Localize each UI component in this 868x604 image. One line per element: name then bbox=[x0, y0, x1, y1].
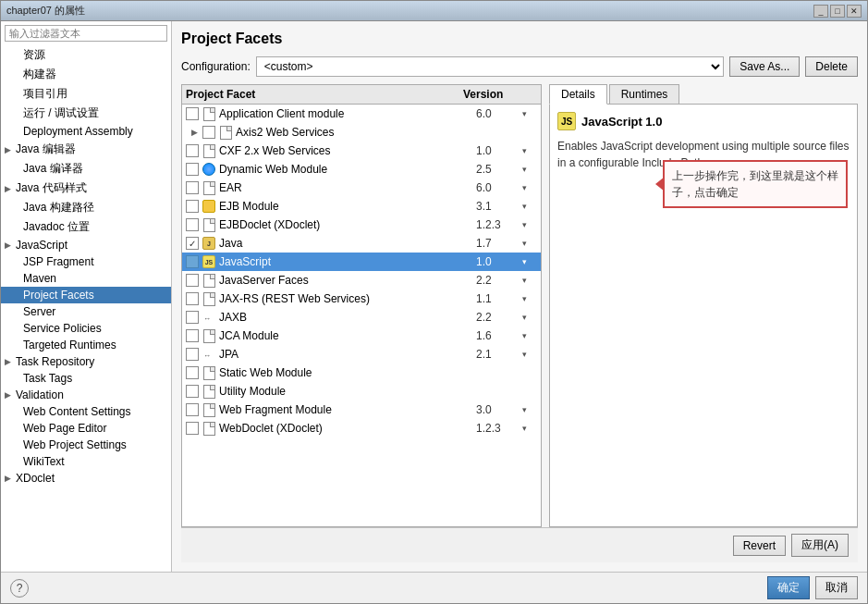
facet-checkbox[interactable] bbox=[186, 255, 199, 268]
table-row[interactable]: ↔ JPA 2.1 ▾ bbox=[182, 345, 541, 364]
callout-box: 上一步操作完，到这里就是这个样子，点击确定 bbox=[663, 160, 848, 208]
sidebar-item-java-build-path[interactable]: Java 构建路径 bbox=[1, 198, 171, 217]
sidebar-item-wikitext[interactable]: WikiText bbox=[1, 453, 171, 470]
sidebar-item-server[interactable]: Server bbox=[1, 303, 171, 320]
version-dropdown-icon[interactable]: ▾ bbox=[522, 220, 537, 229]
ejb-icon bbox=[202, 199, 216, 214]
version-dropdown-icon[interactable]: ▾ bbox=[522, 165, 537, 174]
config-select[interactable]: <custom> bbox=[256, 56, 725, 77]
maximize-button[interactable]: □ bbox=[830, 5, 845, 18]
sidebar-item-javadoc[interactable]: Javadoc 位置 bbox=[1, 217, 171, 237]
facet-checkbox[interactable] bbox=[186, 144, 199, 157]
table-row[interactable]: EJB Module 3.1 ▾ bbox=[182, 197, 541, 216]
table-row[interactable]: JAX-RS (REST Web Services) 1.1 ▾ bbox=[182, 290, 541, 308]
sidebar-tree: 资源 构建器 项目引用 运行 / 调试设置 Deployment Assembl… bbox=[1, 45, 171, 572]
version-dropdown-icon[interactable]: ▾ bbox=[522, 239, 537, 248]
facet-checkbox[interactable] bbox=[186, 107, 199, 120]
table-row[interactable]: ✓ J Java 1.7 ▾ bbox=[182, 234, 541, 253]
facet-checkbox[interactable]: ✓ bbox=[186, 237, 199, 250]
facet-checkbox[interactable] bbox=[186, 181, 199, 194]
sidebar-item-validation[interactable]: ▶Validation bbox=[1, 387, 171, 403]
sidebar-item-builders[interactable]: 构建器 bbox=[1, 65, 171, 84]
table-row[interactable]: Dynamic Web Module 2.5 ▾ bbox=[182, 160, 541, 179]
sidebar-item-maven[interactable]: Maven bbox=[1, 270, 171, 287]
ok-button[interactable]: 确定 bbox=[767, 576, 810, 599]
filter-input[interactable] bbox=[5, 25, 167, 42]
sidebar-item-web-page-editor[interactable]: Web Page Editor bbox=[1, 420, 171, 437]
facet-checkbox[interactable] bbox=[202, 126, 215, 139]
table-row[interactable]: EAR 6.0 ▾ bbox=[182, 179, 541, 197]
expand-icon: ▶ bbox=[5, 184, 14, 193]
facet-checkbox[interactable] bbox=[186, 403, 199, 416]
table-row[interactable]: Utility Module bbox=[182, 382, 541, 401]
facet-checkbox[interactable] bbox=[186, 218, 199, 231]
table-row-javascript[interactable]: JS JavaScript 1.0 ▾ bbox=[182, 253, 541, 271]
version-dropdown-icon[interactable]: ▾ bbox=[522, 257, 537, 266]
facet-checkbox[interactable] bbox=[186, 385, 199, 398]
version-dropdown-icon[interactable]: ▾ bbox=[522, 183, 537, 192]
sidebar-item-java-compiler[interactable]: Java 编译器 bbox=[1, 159, 171, 179]
sidebar-item-javascript[interactable]: ▶JavaScript bbox=[1, 237, 171, 253]
facet-checkbox[interactable] bbox=[186, 348, 199, 361]
facet-checkbox[interactable] bbox=[186, 311, 199, 324]
sidebar-item-java-editor[interactable]: ▶Java 编辑器 bbox=[1, 140, 171, 159]
version-dropdown-icon[interactable]: ▾ bbox=[522, 424, 537, 433]
table-row[interactable]: Web Fragment Module 3.0 ▾ bbox=[182, 401, 541, 419]
sidebar-item-web-content-settings[interactable]: Web Content Settings bbox=[1, 403, 171, 420]
facet-checkbox[interactable] bbox=[186, 329, 199, 342]
page-icon bbox=[202, 180, 216, 195]
facet-checkbox[interactable] bbox=[186, 274, 199, 287]
table-row[interactable]: ▶ Axis2 Web Services bbox=[182, 123, 541, 142]
facet-checkbox[interactable] bbox=[186, 163, 199, 176]
expand-icon: ▶ bbox=[5, 357, 14, 366]
version-dropdown-icon[interactable]: ▾ bbox=[522, 276, 537, 285]
apply-button[interactable]: 应用(A) bbox=[791, 534, 849, 557]
tab-details[interactable]: Details bbox=[549, 84, 607, 105]
tab-runtimes[interactable]: Runtimes bbox=[609, 84, 680, 104]
sidebar-item-jsp-fragment[interactable]: JSP Fragment bbox=[1, 253, 171, 270]
content-area: Project Facet Version Application Client… bbox=[181, 84, 858, 527]
version-dropdown-icon[interactable]: ▾ bbox=[522, 294, 537, 303]
table-row[interactable]: JavaServer Faces 2.2 ▾ bbox=[182, 271, 541, 290]
version-dropdown-icon[interactable]: ▾ bbox=[522, 331, 537, 340]
version-dropdown-icon[interactable]: ▾ bbox=[522, 405, 537, 414]
cancel-button[interactable]: 取消 bbox=[815, 576, 858, 599]
table-row[interactable]: Static Web Module bbox=[182, 364, 541, 382]
sidebar-item-project-refs[interactable]: 项目引用 bbox=[1, 84, 171, 104]
sidebar-item-service-policies[interactable]: Service Policies bbox=[1, 320, 171, 337]
facet-checkbox[interactable] bbox=[186, 422, 199, 435]
table-row[interactable]: JCA Module 1.6 ▾ bbox=[182, 327, 541, 345]
sidebar-item-web-project-settings[interactable]: Web Project Settings bbox=[1, 437, 171, 453]
table-row[interactable]: CXF 2.x Web Services 1.0 ▾ bbox=[182, 142, 541, 160]
sidebar-item-run-debug[interactable]: 运行 / 调试设置 bbox=[1, 104, 171, 123]
expand-icon: ▶ bbox=[5, 474, 14, 483]
sidebar-item-project-facets[interactable]: Project Facets bbox=[1, 287, 171, 303]
page-icon bbox=[202, 217, 216, 232]
sidebar-item-resources[interactable]: 资源 bbox=[1, 45, 171, 65]
facet-checkbox[interactable] bbox=[186, 366, 199, 379]
version-dropdown-icon[interactable]: ▾ bbox=[522, 350, 537, 359]
table-row[interactable]: ↔ JAXB 2.2 ▾ bbox=[182, 308, 541, 327]
expand-icon[interactable]: ▶ bbox=[191, 128, 201, 137]
minimize-button[interactable]: _ bbox=[813, 5, 828, 18]
sidebar-item-task-repository[interactable]: ▶Task Repository bbox=[1, 353, 171, 370]
sidebar-item-targeted-runtimes[interactable]: Targeted Runtimes bbox=[1, 337, 171, 353]
help-button[interactable]: ? bbox=[10, 579, 29, 598]
version-dropdown-icon[interactable]: ▾ bbox=[522, 146, 537, 155]
revert-button[interactable]: Revert bbox=[733, 536, 786, 556]
table-row[interactable]: Application Client module 6.0 ▾ bbox=[182, 105, 541, 123]
table-row[interactable]: EJBDoclet (XDoclet) 1.2.3 ▾ bbox=[182, 216, 541, 234]
version-dropdown-icon[interactable]: ▾ bbox=[522, 202, 537, 211]
version-dropdown-icon[interactable]: ▾ bbox=[522, 109, 537, 118]
version-dropdown-icon[interactable]: ▾ bbox=[522, 313, 537, 322]
close-button[interactable]: ✕ bbox=[847, 5, 862, 18]
save-as-button[interactable]: Save As... bbox=[729, 56, 800, 77]
facet-checkbox[interactable] bbox=[186, 292, 199, 305]
delete-button[interactable]: Delete bbox=[805, 56, 858, 77]
table-row[interactable]: WebDoclet (XDoclet) 1.2.3 ▾ bbox=[182, 419, 541, 438]
sidebar-item-deployment[interactable]: Deployment Assembly bbox=[1, 123, 171, 140]
sidebar-item-xdoclet[interactable]: ▶XDoclet bbox=[1, 470, 171, 487]
sidebar-item-task-tags[interactable]: Task Tags bbox=[1, 370, 171, 387]
facet-checkbox[interactable] bbox=[186, 200, 199, 213]
sidebar-item-java-code-style[interactable]: ▶Java 代码样式 bbox=[1, 179, 171, 198]
